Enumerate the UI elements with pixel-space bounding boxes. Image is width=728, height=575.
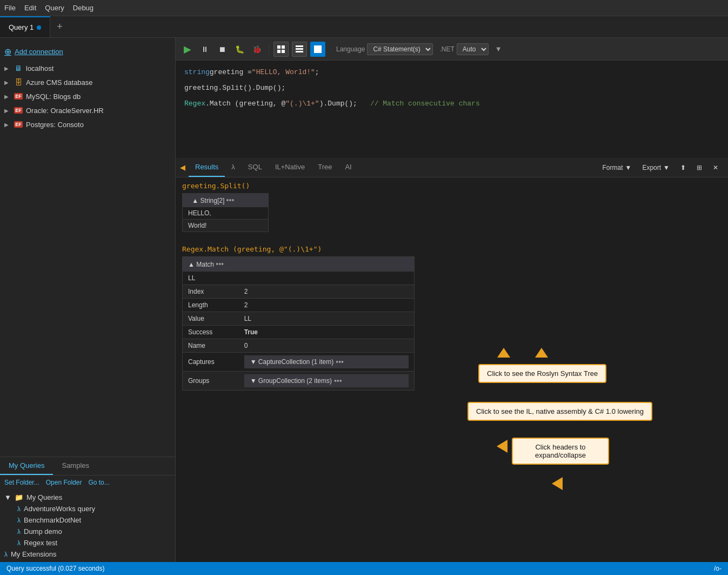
pause-button[interactable]: ⏸ [197, 42, 212, 57]
editor-area: ▶ ⏸ ⏹ 🐛 🐞 Language C# Statement(s) .NET … [176, 38, 728, 562]
tab-my-queries[interactable]: My Queries [0, 457, 53, 475]
add-connection-icon: ⊕ [4, 47, 11, 57]
close-results-button[interactable]: ✕ [707, 162, 724, 174]
localhost-label: localhost [26, 64, 54, 72]
value-captures[interactable]: ▼ CaptureCollection (1 item) ••• [239, 353, 415, 372]
query-item-benchmark[interactable]: λ BenchmarkDotNet [0, 514, 175, 526]
format-chevron-icon: ▼ [625, 164, 632, 171]
tab-sql[interactable]: SQL [242, 158, 269, 177]
captures-expand-button[interactable]: ▼ CaptureCollection (1 item) ••• [244, 355, 409, 368]
query-item-adventureworks[interactable]: λ AdventureWorks query [0, 503, 175, 514]
table-options-button[interactable]: ••• [226, 196, 235, 204]
string-pattern: "(.)\1+" [285, 98, 319, 110]
folder-icon: 📁 [15, 493, 23, 501]
debug-button2[interactable]: 🐞 [249, 42, 264, 57]
sidebar-bottom: My Queries Samples Set Folder... Open Fo… [0, 457, 175, 562]
expand-arrow1-icon [497, 440, 507, 453]
main-area: ⊕ Add connection ▶ 🖥 localhost ▶ 🗄 Azure… [0, 38, 728, 562]
table1-header[interactable]: ▲ String[2] ••• [183, 194, 269, 207]
collapse-arrow-icon[interactable]: ◀ [180, 163, 185, 171]
label-groups: Groups [183, 372, 239, 391]
single-panel-button[interactable] [310, 42, 325, 57]
expand-icon: ▶ [4, 94, 11, 100]
expand-tooltip: Click headers to expand/collapse [512, 438, 609, 465]
section1-title: greeting.Split() [182, 182, 722, 190]
my-extensions-item[interactable]: λ My Extensions [0, 548, 175, 560]
svg-rect-5 [296, 48, 303, 50]
tab-ilnative[interactable]: IL+Native [269, 158, 311, 177]
tab-lambda[interactable]: λ [225, 158, 242, 177]
query-label: BenchmarkDotNet [24, 516, 81, 524]
match-header-label: Match [196, 261, 214, 268]
debug-button1[interactable]: 🐛 [232, 42, 247, 57]
open-folder-link[interactable]: Open Folder [46, 479, 82, 486]
il-tooltip-text: Click to see the IL, native assembly & C… [476, 407, 644, 415]
expand-button[interactable]: ⬆ [675, 162, 691, 174]
sidebar-tabs: My Queries Samples [0, 457, 175, 475]
add-connection-button[interactable]: ⊕ Add connection [0, 40, 175, 61]
value-name: 0 [239, 339, 415, 353]
menu-edit[interactable]: Edit [24, 4, 36, 12]
tab-results[interactable]: Results [189, 158, 225, 177]
table-row: Index 2 [183, 285, 415, 299]
query-item-regex[interactable]: λ Regex test [0, 537, 175, 548]
query-item-dump[interactable]: λ Dump demo [0, 526, 175, 537]
connections-panel: ⊕ Add connection ▶ 🖥 localhost ▶ 🗄 Azure… [0, 38, 175, 457]
stop-button[interactable]: ⏹ [215, 42, 230, 57]
tab-samples[interactable]: Samples [53, 457, 98, 475]
code-end: ; [315, 67, 319, 78]
code-editor[interactable]: string greeting = "HELLO, World!" ; gree… [176, 61, 728, 158]
folder-my-queries[interactable]: ▼ 📁 My Queries [0, 492, 175, 503]
sidebar-item-postgres[interactable]: ▶ EF Postgres: Consoto [0, 117, 175, 131]
match-options-button[interactable]: ••• [216, 260, 224, 268]
dotnet-select[interactable]: Auto [457, 43, 489, 55]
code-match-mid: .Match (greeting, @ [205, 98, 285, 110]
go-to-link[interactable]: Go to... [88, 479, 109, 486]
tab-ai[interactable]: AI [338, 158, 358, 177]
table-row: Value LL [183, 312, 415, 326]
groups-expand-button[interactable]: ▼ GroupCollection (2 items) ••• [244, 374, 409, 387]
query-label: AdventureWorks query [24, 505, 95, 513]
sidebar-item-oracle[interactable]: ▶ EF Oracle: OracleServer.HR [0, 103, 175, 117]
language-select[interactable]: C# Statement(s) [367, 43, 433, 55]
tab-tree[interactable]: Tree [311, 158, 338, 177]
menu-debug[interactable]: Debug [73, 4, 93, 12]
label-length: Length [183, 299, 239, 312]
class-regex: Regex [184, 98, 205, 110]
sidebar-item-azure[interactable]: ▶ 🗄 Azure CMS database [0, 75, 175, 89]
format-button[interactable]: Format ▼ [597, 162, 637, 174]
tab-query1[interactable]: Query 1 [0, 16, 50, 37]
expand-tooltip-container: Click headers to expand/collapse [497, 438, 609, 465]
export-button[interactable]: Export ▼ [637, 162, 675, 174]
query-label: Dump demo [24, 527, 62, 536]
more-options-button[interactable]: ▼ [495, 45, 502, 53]
captures-options-icon[interactable]: ••• [336, 358, 344, 366]
result-section-2: Regex.Match (greeting, @"(.)\1+") ▲ Matc… [182, 245, 722, 391]
grid-view-button2[interactable] [292, 42, 307, 57]
label-value: Value [183, 312, 239, 326]
code-match-end: ).Dump(); [319, 98, 357, 110]
match-value-cell: LL [183, 272, 415, 285]
run-button[interactable]: ▶ [180, 42, 195, 57]
menu-file[interactable]: File [4, 4, 16, 12]
match-header-cell[interactable]: ▲ Match ••• [183, 257, 415, 272]
groups-value: ▼ GroupCollection (2 items) [250, 377, 332, 385]
tile-button[interactable]: ⊞ [691, 162, 707, 174]
server-icon: 🖥 [14, 64, 23, 72]
sidebar-actions: Set Folder... Open Folder Go to... [0, 475, 175, 490]
set-folder-link[interactable]: Set Folder... [4, 479, 39, 486]
svg-rect-4 [296, 45, 303, 47]
sidebar-item-localhost[interactable]: ▶ 🖥 localhost [0, 61, 175, 75]
value-groups[interactable]: ▼ GroupCollection (2 items) ••• [239, 372, 415, 391]
match-result-table: ▲ Match ••• LL Index [182, 256, 415, 391]
folder-tree: ▼ 📁 My Queries λ AdventureWorks query λ … [0, 490, 175, 562]
db-icon: 🗄 [14, 78, 23, 87]
menu-query[interactable]: Query [45, 4, 64, 12]
label-name: Name [183, 339, 239, 353]
tab-add-button[interactable]: + [50, 16, 69, 37]
groups-options-icon[interactable]: ••• [334, 376, 342, 385]
toolbar: ▶ ⏸ ⏹ 🐛 🐞 Language C# Statement(s) .NET … [176, 38, 728, 61]
grid-view-button1[interactable] [273, 42, 289, 57]
svg-rect-1 [282, 45, 285, 49]
sidebar-item-mysql[interactable]: ▶ EF MySQL: Blogs db [0, 89, 175, 103]
